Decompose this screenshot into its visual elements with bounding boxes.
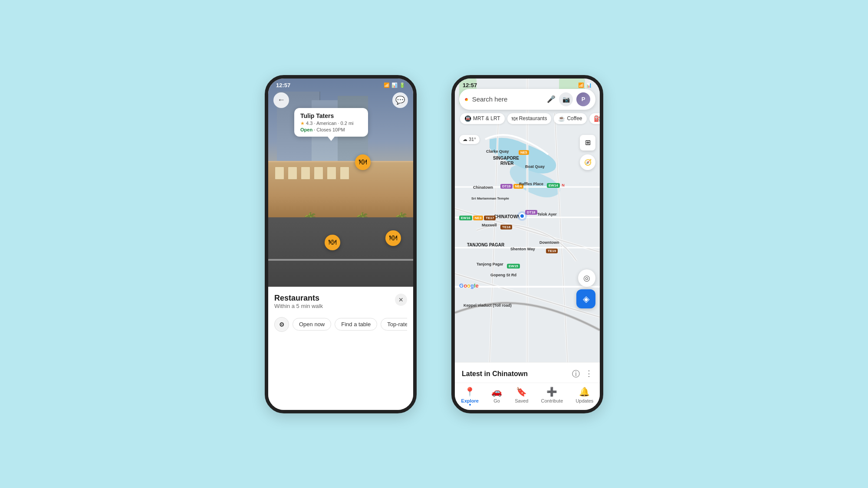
close-panel-button[interactable]: ✕ <box>395 294 407 306</box>
telok-ayer-label: Telok Ayer <box>537 212 557 216</box>
wifi-icon: 📶 <box>384 82 390 88</box>
clarke-quay-label: Clarke Quay <box>486 149 509 154</box>
lens-icon[interactable]: 📷 <box>559 92 573 106</box>
temperature-badge: ☁ 31° <box>459 135 480 144</box>
contribute-icon: ➕ <box>546 386 557 397</box>
window-3 <box>301 167 310 180</box>
search-placeholder[interactable]: Search here <box>472 95 543 103</box>
maxwell-label: Maxwell <box>482 223 497 227</box>
navigate-button[interactable]: ◈ <box>576 289 595 308</box>
user-avatar[interactable]: P <box>576 92 590 106</box>
restaurants-label: Restaurants <box>519 115 547 121</box>
bottom-navigation: Latest in Chinatown ⓘ ⋮ 📍 Explore 🚗 Go 🔖… <box>455 362 600 410</box>
google-logo: Google <box>459 282 479 289</box>
microphone-icon[interactable]: 🎤 <box>547 95 556 103</box>
shenton-label: Shenton Way <box>510 247 535 251</box>
restaurants-icon: 🍽 <box>512 115 517 122</box>
mrt-lrt-pill[interactable]: 🚇 MRT & LRT <box>460 113 505 124</box>
filter-find-table[interactable]: Find a table <box>335 318 377 331</box>
star-icon: ★ <box>300 121 305 126</box>
filter-open-now[interactable]: Open now <box>293 318 331 331</box>
search-bar-container: ● Search here 🎤 📷 P 🚇 MRT & LRT 🍽 Restau… <box>459 89 595 124</box>
temperature-value: 31° <box>469 137 476 142</box>
singapore-label: SINGAPORE <box>493 156 519 160</box>
updates-icon: 🔔 <box>579 386 590 397</box>
info-button[interactable]: ⓘ <box>572 369 580 379</box>
mrt-label: MRT & LRT <box>473 115 500 121</box>
explore-underline <box>469 404 471 406</box>
panel-header: Restaurants Within a 5 min walk ✕ <box>274 294 407 315</box>
window-6 <box>340 167 349 180</box>
river-label: RIVER <box>500 161 514 166</box>
window-5 <box>327 167 336 180</box>
map-pin-2[interactable]: 🍽 <box>325 235 340 250</box>
te17-badge: TE17 <box>484 216 496 220</box>
chinatown-label: Chinatown <box>473 185 493 190</box>
map-pin-3[interactable]: 🍽 <box>385 230 401 246</box>
dt18-badge: DT18 <box>525 210 537 215</box>
saved-label: Saved <box>515 398 528 403</box>
road-line <box>268 259 413 261</box>
explore-tab[interactable]: 📍 Explore <box>457 386 483 406</box>
ne5-badge: NE5 <box>519 150 529 155</box>
keppel-label: Keppel Viaduct (Toll road) <box>464 303 512 308</box>
filter-top-rated[interactable]: Top-rated <box>381 318 407 331</box>
info-bubble[interactable]: Tulip Taters ★ 4.3 · American · 0.2 mi O… <box>294 108 368 137</box>
panel-title-group: Restaurants Within a 5 min walk <box>274 294 323 315</box>
close-time: Closes 10PM <box>316 127 345 132</box>
mrt-icon: 🚇 <box>464 115 471 122</box>
go-tab[interactable]: 🚗 Go <box>487 386 506 406</box>
ew14-badge: EW14 <box>547 183 560 188</box>
tanjong-pagar-label: TANJONG PAGAR <box>467 242 504 247</box>
ew16-badge: EW16 <box>459 216 472 220</box>
search-bar[interactable]: ● Search here 🎤 📷 P <box>459 89 595 110</box>
open-label: Open <box>300 127 312 132</box>
place-status: Open · Closes 10PM <box>300 127 362 132</box>
left-phone: 12:57 📶 📊 🔋 ← 💬 <box>265 75 417 413</box>
place-detail: ★ 4.3 · American · 0.2 mi <box>300 121 362 126</box>
right-status-icons: 📶 📊 <box>578 82 592 88</box>
google-maps-logo: ● <box>464 95 469 103</box>
place-rating: 4.3 <box>306 121 312 126</box>
window-4 <box>314 167 323 180</box>
temple-label: Sri Mariamman Temple <box>471 197 509 200</box>
share-button[interactable]: 💬 <box>392 92 408 108</box>
updates-tab[interactable]: 🔔 Updates <box>571 386 598 406</box>
left-status-icons: 📶 📊 🔋 <box>384 82 405 88</box>
contribute-tab[interactable]: ➕ Contribute <box>537 386 568 406</box>
current-location-dot <box>519 213 525 219</box>
coffee-icon: ☕ <box>558 115 565 122</box>
chinatown-banner: Latest in Chinatown ⓘ ⋮ <box>455 363 600 383</box>
coffee-pill[interactable]: ☕ Coffee <box>554 113 586 124</box>
te18-badge: TE18 <box>500 225 512 229</box>
right-phone: Clarke Quay NE5 SINGAPORE RIVER Boat Qua… <box>451 75 603 413</box>
fuel-pill[interactable]: ⛽ <box>589 113 603 124</box>
te19-badge: TE19 <box>546 249 558 253</box>
place-name: Tulip Taters <box>300 112 362 119</box>
filter-row: ⚙ Open now Find a table Top-rated More <box>274 317 407 332</box>
more-options-button[interactable]: ⋮ <box>585 369 593 379</box>
boat-quay-label: Boat Quay <box>525 164 545 169</box>
gopeng-label: Gopeng St Rd <box>490 273 516 277</box>
chinatown-main-label: CHINATOWN <box>494 214 520 219</box>
window-2 <box>288 167 297 180</box>
left-status-bar: 12:57 📶 📊 🔋 <box>268 79 413 90</box>
saved-tab[interactable]: 🔖 Saved <box>510 386 533 406</box>
signal-icon-right: 📊 <box>586 82 592 88</box>
back-button[interactable]: ← <box>273 92 289 108</box>
place-cuisine: American <box>316 121 336 126</box>
panel-subtitle: Within a 5 min walk <box>274 303 323 309</box>
filter-icon-button[interactable]: ⚙ <box>274 317 289 332</box>
contribute-label: Contribute <box>541 398 563 403</box>
right-status-bar: 12:57 📶 📊 <box>455 79 600 90</box>
updates-label: Updates <box>575 398 593 403</box>
map-layers-button[interactable]: ⊞ <box>580 135 595 151</box>
compass-button[interactable]: 🧭 <box>580 154 595 170</box>
banner-actions: ⓘ ⋮ <box>572 369 593 379</box>
location-button[interactable]: ◎ <box>578 269 595 287</box>
right-time: 12:57 <box>463 82 477 88</box>
window-1 <box>275 167 284 180</box>
map-pin-1[interactable]: 🍽 <box>355 154 371 170</box>
category-pills: 🚇 MRT & LRT 🍽 Restaurants ☕ Coffee ⛽ <box>459 113 595 124</box>
restaurants-pill[interactable]: 🍽 Restaurants <box>507 113 552 124</box>
